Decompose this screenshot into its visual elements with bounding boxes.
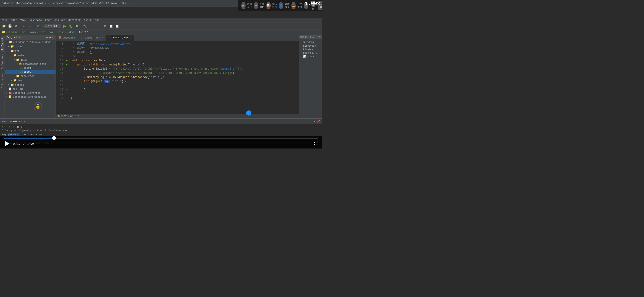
hide-icon[interactable]: ✕	[52, 36, 54, 39]
lib-icon: 📚	[8, 91, 12, 94]
progress-thumb[interactable]	[52, 136, 56, 140]
layout-button[interactable]: 📋	[115, 24, 120, 29]
tree-test02[interactable]: ☕ Test02	[5, 70, 56, 74]
favorites-side-tab[interactable]: 2: Favorites	[1, 52, 4, 71]
menu-build[interactable]: Build	[84, 19, 92, 21]
run-test01[interactable]: ▶ Test01 ✕	[9, 120, 26, 123]
bc-demo[interactable]: demo	[70, 31, 76, 34]
menu-run[interactable]: Run	[95, 19, 99, 21]
demo-ppt-icon[interactable]: 📊	[266, 2, 271, 9]
tree-target[interactable]: ▶ 📁 target	[5, 83, 56, 87]
open-folder-button[interactable]: 📁	[2, 24, 6, 29]
console-scroll-up[interactable]: ↑	[5, 125, 7, 128]
menu-navigate[interactable]: Navigate	[30, 19, 42, 21]
demo-run-icon[interactable]: ▶	[241, 2, 246, 9]
clipboard-button[interactable]: 📋	[109, 24, 114, 29]
down-button[interactable]: ↓	[88, 24, 94, 29]
tree-package[interactable]: ▾ 📦 com.qzcsbj.demo	[5, 62, 56, 66]
toolbar: 📁 💾 ↺ ← → ⚙ ▶ Test01 ▾ ▶ 🐛 ⏹ 🔨 ↓ ↑ ⚙ 📋 📋	[0, 23, 322, 30]
bc-src[interactable]: src	[22, 31, 26, 34]
maven-autodemo[interactable]: ▾ autodemo	[300, 40, 320, 44]
tree-idea[interactable]: ▶ 📁 .idea	[5, 44, 56, 49]
tree-resources[interactable]: ▶ 📁 resources	[5, 74, 56, 78]
progress-bar[interactable]	[4, 138, 318, 139]
console-run-icon[interactable]: ▶	[2, 125, 4, 128]
back-button[interactable]: ←	[22, 24, 27, 29]
run-icon: ▶	[10, 120, 12, 123]
stop-button[interactable]: ⏹	[74, 24, 80, 29]
tree-ext-libs[interactable]: ▶ 📚 External Libraries	[5, 91, 56, 95]
gear-button[interactable]: ⚙	[102, 24, 108, 29]
editor-bc-test02[interactable]: Test02	[58, 115, 67, 118]
project-arrow[interactable]: ▾	[18, 36, 20, 39]
console-stop-icon[interactable]: ⏹	[16, 125, 19, 128]
code-line-9: 9 * @微信 : ren18863202l	[56, 46, 299, 50]
structure-side-tab[interactable]: 7: Structure	[1, 72, 4, 90]
run-config-dropdown[interactable]: ▶ Test01 ▾	[44, 24, 61, 28]
maven-close[interactable]: ✕	[319, 35, 320, 38]
console-grid-icon[interactable]: ⊞	[21, 125, 22, 128]
tree-test[interactable]: ▶ 📁 test	[5, 78, 56, 83]
tab-test02[interactable]: ☕ Test02.java ✕	[106, 35, 134, 41]
project-side-tab[interactable]: 1: Project	[1, 36, 4, 52]
bc-qzcsbj[interactable]: qzcsbj	[57, 31, 66, 34]
editor-bc-main[interactable]: main()	[70, 115, 80, 118]
bc-com[interactable]: com	[49, 31, 54, 34]
expand-icon: ▾	[300, 41, 302, 44]
maven-header: Maven Pr... ✕	[299, 35, 322, 39]
maven-lifecycle[interactable]: Lifecycle	[300, 44, 320, 48]
run-line-13[interactable]: ▶	[66, 63, 68, 67]
tree-arrow: ▾	[8, 50, 10, 52]
tab-test02-close[interactable]: ✕	[130, 36, 132, 39]
forward-button[interactable]: →	[28, 24, 33, 29]
console-pause-icon[interactable]: ⏸	[12, 125, 15, 128]
tree-java[interactable]: ▾ 📁 java	[5, 57, 56, 62]
tab-test01[interactable]: ☕ Test01.java ✕	[78, 35, 106, 41]
tree-arrow: ▾	[14, 58, 15, 61]
sync-icon[interactable]: ↻	[46, 36, 48, 39]
menu-code[interactable]: Code	[45, 19, 51, 21]
run-button[interactable]: ▶	[62, 24, 67, 29]
console-scroll-down[interactable]: ↓	[8, 125, 10, 128]
maven-dependencies[interactable]: Depende...	[300, 51, 320, 55]
switch-window-icon[interactable]: ⊞	[254, 2, 258, 9]
tree-main[interactable]: ▾ 📁 main	[5, 53, 56, 57]
tab-test01-close[interactable]: ✕	[102, 36, 103, 39]
tab-autodemo[interactable]: 📦 autodemo	[56, 35, 78, 41]
share-live-icon[interactable]: 📤	[291, 2, 296, 9]
run-settings-icon[interactable]: ⚙	[314, 120, 315, 123]
bc-java[interactable]: java	[39, 31, 45, 34]
save-button[interactable]: 💾	[8, 24, 12, 29]
menu-analyze[interactable]: Analyze	[54, 19, 65, 21]
bc-autodemo[interactable]: autodemo	[6, 31, 18, 34]
tree-autodemo[interactable]: ▾ 📁 autodemo D:\demo\autodemo	[5, 40, 56, 44]
fold-19[interactable]: −	[66, 88, 68, 92]
fullscreen-button[interactable]: ⛶	[314, 141, 318, 146]
menu-edit[interactable]: Edit	[11, 19, 17, 21]
bc-test02[interactable]: Test02	[79, 31, 88, 34]
up-button[interactable]: ↑	[94, 24, 100, 29]
menu-file[interactable]: File	[2, 19, 8, 21]
bc-main[interactable]: main	[30, 31, 36, 34]
settings-button[interactable]: ⚙	[36, 24, 41, 29]
fold-20[interactable]: −	[66, 92, 68, 96]
run-test01-close[interactable]: ✕	[24, 120, 25, 123]
settings-icon[interactable]: ⚙	[49, 36, 51, 39]
maven-plugins[interactable]: Plugins	[300, 48, 320, 51]
editor-content[interactable]: 8 * @博客 : www.cnblogs.com/unclerong 9 * …	[56, 41, 299, 118]
run-line-12[interactable]: ▶	[66, 58, 68, 63]
window-title: autodemo [D:\demo\autodemo] - ...\src\ma…	[2, 2, 131, 5]
invite-member-icon[interactable]: 👤	[279, 2, 283, 9]
play-button[interactable]	[4, 140, 10, 147]
build-button[interactable]: 🔨	[82, 24, 88, 29]
debug-button[interactable]: 🐛	[68, 24, 73, 29]
run-pin-icon[interactable]: 📌	[317, 120, 320, 123]
refresh-button[interactable]: ↺	[14, 24, 18, 29]
tree-scratches[interactable]: ▶ 📝 Scratches and Consoles	[5, 95, 56, 99]
menu-view[interactable]: View	[20, 19, 26, 21]
tree-src[interactable]: ▾ 📁 src	[5, 49, 56, 53]
menu-refactor[interactable]: Refactor	[68, 19, 81, 21]
maven-coma[interactable]: 📊 com.a...	[300, 55, 320, 58]
tree-pom[interactable]: 📄 pom.xml	[5, 87, 56, 91]
tree-test01[interactable]: ☕ Test01	[5, 66, 56, 70]
